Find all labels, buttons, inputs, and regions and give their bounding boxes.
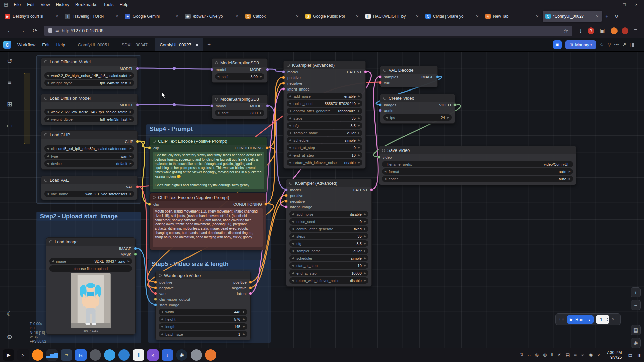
node-title[interactable]: KSampler (Advanced) [286, 179, 371, 187]
input-pin-positive[interactable] [282, 76, 285, 79]
list-tabs-button[interactable]: ∨ [611, 13, 622, 20]
prompt-textarea[interactable]: Mouth open, (rapid movement:1.1), jitter… [153, 208, 263, 247]
increment-icon[interactable]: ▶ [358, 117, 360, 120]
taskbar-settings-app[interactable] [90, 349, 101, 361]
tray-icon-10[interactable]: ∨ [597, 352, 600, 358]
browser-tab[interactable]: HHACKWEIGHT by× [363, 11, 422, 22]
input-pin-clip_vision_output[interactable] [154, 298, 157, 301]
maximize-button[interactable]: □ [619, 2, 630, 7]
widget-type[interactable]: ◀typewan▶ [44, 153, 134, 159]
widget-filename_prefix[interactable]: filename_prefixvideo/ComfyUI [382, 161, 573, 167]
browser-tab[interactable]: ◉/bbwai/ - Give yo× [182, 11, 242, 22]
settings-gear-icon[interactable]: ⚙ [5, 333, 15, 341]
collapse-icon[interactable] [159, 274, 162, 277]
node-load-diffusion-1[interactable]: Load Diffusion ModelMODEL◀wan2.2_i2v_hig… [41, 57, 138, 89]
increment-icon[interactable]: ▶ [364, 264, 366, 267]
decrement-icon[interactable]: ◀ [289, 109, 291, 112]
reload-icon[interactable]: ⟳ [29, 27, 41, 34]
theme-toggle-icon[interactable]: ☾ [5, 310, 15, 318]
run-panel-close-icon[interactable]: × [612, 317, 614, 322]
input-pin-video[interactable] [377, 156, 380, 159]
browser-tab[interactable]: CCatbox× [243, 11, 302, 22]
tab-close-icon[interactable]: × [55, 14, 59, 19]
collapse-icon[interactable] [49, 240, 52, 243]
comfy-menu-icon[interactable]: ≡ [638, 42, 641, 48]
node-modelsampling-1[interactable]: ModelSamplingSD3modelMODEL◀shift8.00▶ [212, 58, 268, 83]
widget-shift[interactable]: ◀shift8.00▶ [215, 73, 264, 80]
browser-tab[interactable]: CCivitai | Share yo× [423, 11, 482, 22]
menu-bookmarks[interactable]: Bookmarks [72, 2, 100, 7]
increment-icon[interactable]: ▶ [130, 118, 132, 121]
output-pin-CONDITIONING[interactable] [266, 146, 269, 149]
taskbar-steam[interactable]: ◉ [176, 349, 187, 361]
decrement-icon[interactable]: ◀ [47, 110, 49, 113]
taskbar-launcher[interactable]: ▶ [3, 349, 14, 361]
layout-icon[interactable]: ▣ [553, 40, 562, 49]
input-pin-audio[interactable] [379, 109, 382, 112]
tray-icon-6[interactable]: ▤ [566, 352, 570, 358]
output-pin-MODEL[interactable] [266, 104, 269, 107]
account-avatar[interactable]: R [588, 27, 594, 34]
increment-icon[interactable]: ▶ [364, 272, 366, 275]
workflow-tab[interactable]: ComfyUI_00051_ [73, 38, 117, 51]
input-pin-images[interactable] [379, 103, 382, 106]
node-title[interactable]: VAE Decode [380, 66, 437, 74]
browser-tab[interactable]: C*ComfyUI_00027× [543, 11, 602, 22]
widget-scheduler[interactable]: ◀schedulersimple▶ [287, 137, 362, 143]
share-icon[interactable]: ↗ [622, 42, 626, 48]
increment-icon[interactable]: ▶ [364, 242, 366, 245]
decrement-icon[interactable]: ◀ [289, 161, 291, 164]
decrement-icon[interactable]: ◀ [217, 75, 219, 78]
input-pin-latent_image[interactable] [282, 87, 285, 90]
browser-tab[interactable]: TTraveling | TORN× [62, 11, 122, 22]
manager-button[interactable]: ⊞Manager [565, 40, 596, 49]
collapse-icon[interactable] [153, 196, 156, 199]
menu-history[interactable]: History [53, 2, 72, 7]
workflow-browser-icon[interactable]: ▭ [5, 122, 15, 129]
decrement-icon[interactable]: ◀ [386, 116, 388, 119]
widget-codec[interactable]: ◀codecauto▶ [382, 176, 573, 182]
workflow-tab[interactable]: SDXL_00347_ [117, 38, 155, 51]
zoom-out-button[interactable]: − [631, 300, 641, 310]
widget-add_noise[interactable]: ◀add_noisedisable▶ [289, 211, 368, 217]
widget-noise_seed[interactable]: ◀noise_seed0▶ [289, 218, 368, 225]
widget-vae_name[interactable]: ◀vae_namewan_2.1_vae.safetensors▶ [44, 191, 134, 197]
taskbar-firefox[interactable] [32, 349, 43, 361]
taskbar-installer-app[interactable]: ↓ [162, 349, 173, 361]
increment-icon[interactable]: ▶ [358, 95, 360, 98]
increment-icon[interactable]: ▶ [130, 74, 132, 77]
output-pin-negative[interactable] [249, 286, 252, 289]
node-load-diffusion-2[interactable]: Load Diffusion ModelMODEL◀wan2.2_i2v_low… [41, 94, 138, 125]
tray-icon-5[interactable]: ☀ [557, 352, 561, 358]
collapse-icon[interactable] [215, 98, 218, 101]
decrement-icon[interactable]: ◀ [292, 242, 294, 245]
comfy-logo[interactable]: C [3, 41, 11, 49]
increment-icon[interactable]: ▶ [130, 81, 132, 84]
output-pin-MODEL[interactable] [266, 68, 269, 71]
input-pin-positive[interactable] [285, 194, 288, 197]
output-pin-LATENT[interactable] [370, 188, 373, 191]
tab-close-icon[interactable]: × [235, 14, 239, 19]
widget-length[interactable]: ◀length145▶ [159, 323, 247, 330]
widget-add_noise[interactable]: ◀add_noiseenable▶ [287, 93, 362, 99]
decrement-icon[interactable]: ◀ [52, 260, 54, 263]
tray-icon-1[interactable]: ∴ [528, 352, 530, 358]
output-pin-CONDITIONING[interactable] [264, 203, 267, 206]
node-clip-text-positive[interactable]: CLIP Text Encode (Positive Prompt)clipCO… [149, 137, 267, 192]
node-canvas[interactable]: ↺≡⊞▭☾⚙ T: 0.00sI: 0N: 16 [16]V: 36FPS:58… [0, 52, 644, 348]
widget-return_with_leftover_noise[interactable]: ◀return_with_leftover_noiseenable▶ [287, 159, 362, 166]
widget-value[interactable]: ◀wan2.2_i2v_low_noise_14B_fp8_scaled.saf… [44, 109, 134, 115]
decrement-icon[interactable]: ◀ [47, 74, 49, 77]
node-load-vae[interactable]: Load VAEVAE◀vae_namewan_2.1_vae.safetens… [41, 176, 138, 200]
node-title[interactable]: Load Diffusion Model [41, 94, 137, 102]
input-pin-clip[interactable] [148, 203, 151, 206]
node-vae-decode[interactable]: VAE DecodesamplesIMAGEvae [380, 66, 438, 87]
forward-icon[interactable]: → [16, 28, 29, 34]
tab-close-icon[interactable]: × [115, 14, 119, 19]
input-pin-vae[interactable] [379, 81, 382, 84]
input-pin-negative[interactable] [285, 200, 288, 203]
collapse-icon[interactable] [153, 140, 156, 143]
decrement-icon[interactable]: ◀ [217, 111, 219, 114]
node-create-video[interactable]: Create VideoimagesVIDEOaudio◀fps24▶ [380, 94, 455, 124]
output-pin-MODEL[interactable] [136, 67, 139, 70]
